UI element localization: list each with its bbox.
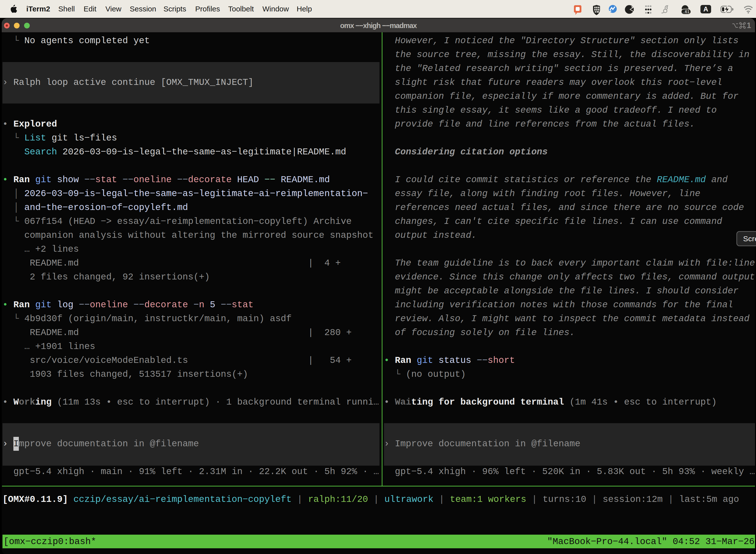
svg-text:A: A [703, 5, 708, 13]
svg-text:..61: ..61 [683, 9, 690, 14]
